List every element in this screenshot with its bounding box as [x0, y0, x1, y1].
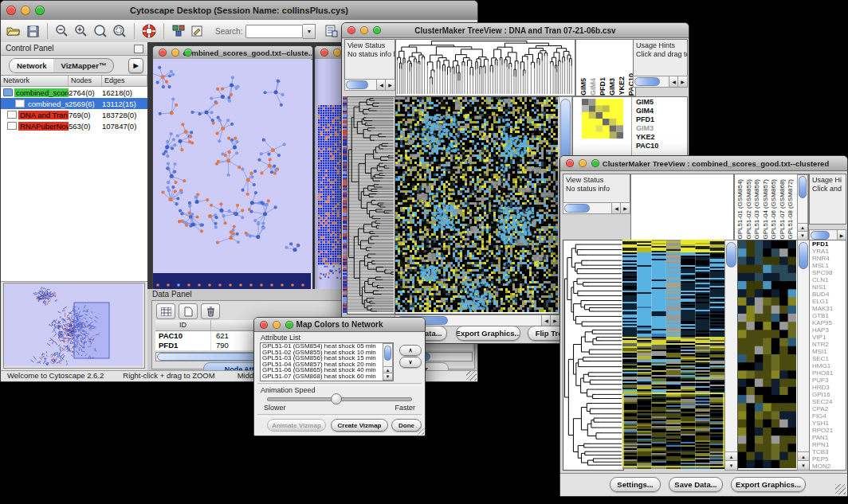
- gene-label[interactable]: PHO81: [810, 369, 846, 377]
- create-vizmap-button[interactable]: Create Vizmap: [331, 419, 388, 432]
- move-up-button[interactable]: ∧: [399, 345, 422, 356]
- tab-overflow-button[interactable]: ▶: [128, 58, 143, 73]
- gene-label[interactable]: FIG4: [810, 412, 846, 420]
- help-lifebuoy-icon[interactable]: [139, 22, 159, 40]
- heatmap-panel[interactable]: [395, 96, 560, 315]
- gene-label[interactable]: PAC10: [636, 142, 658, 150]
- float-panel-icon[interactable]: [134, 45, 143, 53]
- zoom-in-icon[interactable]: [72, 22, 91, 40]
- close-icon[interactable]: [159, 49, 167, 57]
- network-list-item[interactable]: combined_scores 2764(0) 16218(0): [1, 87, 147, 98]
- window-controls[interactable]: [6, 6, 45, 15]
- minimize-icon[interactable]: [21, 6, 30, 15]
- gene-label[interactable]: PUF3: [810, 377, 846, 384]
- resize-grip[interactable]: [835, 484, 846, 494]
- usage-hints-hscrollbar[interactable]: ◀ ▶: [633, 76, 688, 88]
- scroll-right-icon[interactable]: ▶: [550, 315, 559, 326]
- treeview1-titlebar[interactable]: ClusterMaker TreeView : DNA and Tran 07-…: [342, 23, 689, 38]
- zoom-selected-icon[interactable]: [110, 22, 129, 40]
- gene-label[interactable]: NIS1: [810, 283, 846, 291]
- animate-vizmap-button[interactable]: Animate Vizmap: [267, 419, 326, 432]
- minimize-icon[interactable]: [273, 321, 281, 329]
- close-icon[interactable]: [260, 321, 268, 329]
- zoom-vscrollbar[interactable]: ▲ ▼: [797, 240, 810, 471]
- column-label[interactable]: GIM5: [579, 78, 588, 96]
- scroll-right-icon[interactable]: ▶: [677, 76, 687, 87]
- zoom-fit-icon[interactable]: [91, 22, 110, 40]
- tab-vizmapper[interactable]: VizMapper™: [53, 59, 113, 72]
- column-dendrogram-panel[interactable]: [395, 39, 575, 96]
- gene-label[interactable]: GIM4: [636, 107, 658, 115]
- gene-label[interactable]: CLN1: [810, 276, 846, 283]
- gene-label[interactable]: GPI16: [810, 391, 846, 398]
- dialog-titlebar[interactable]: Map Colors to Network: [254, 318, 425, 332]
- close-icon[interactable]: [6, 6, 16, 15]
- column-label[interactable]: GPL51-07 (GSM868): [779, 179, 787, 240]
- column-labels-vscrollbar[interactable]: ▲ ▼: [797, 174, 808, 240]
- zoom-window-icon[interactable]: [35, 6, 45, 15]
- col-nodes[interactable]: Nodes: [69, 76, 102, 86]
- submatrix-heatmap[interactable]: [582, 99, 623, 139]
- network-list-item[interactable]: RNAPuberNov2+ 563(0) 107847(0): [1, 120, 147, 131]
- column-label[interactable]: YKE2: [618, 76, 626, 96]
- gene-label[interactable]: KAP95: [810, 319, 846, 326]
- gene-label[interactable]: RPN1: [810, 441, 846, 448]
- gene-label[interactable]: PFD1: [810, 240, 846, 248]
- heatmap-panel[interactable]: [622, 240, 724, 469]
- gene-label[interactable]: RPO21: [810, 427, 846, 434]
- export-graphics-button[interactable]: Export Graphics...: [456, 326, 520, 341]
- gene-label[interactable]: HMG1: [810, 362, 846, 369]
- column-label[interactable]: GPL51-01 (GSM854): [736, 179, 745, 240]
- column-label[interactable]: GPL51-03 (GSM856): [753, 179, 762, 240]
- row-dendrogram-panel[interactable]: [347, 96, 396, 315]
- slider-thumb[interactable]: [331, 393, 342, 404]
- save-icon[interactable]: [23, 22, 42, 40]
- save-data-button[interactable]: Save Data...: [669, 477, 723, 492]
- view-status-hscrollbar[interactable]: ◀ ▶: [563, 202, 630, 214]
- row-dendrogram-panel[interactable]: [563, 240, 624, 471]
- column-label[interactable]: GPL51-06 (GSM865): [770, 179, 779, 240]
- heatmap-vscrollbar[interactable]: ▲ ▼: [724, 240, 738, 471]
- select-attributes-icon[interactable]: [156, 303, 175, 319]
- zoom-window-icon[interactable]: [184, 49, 192, 57]
- scroll-down-icon[interactable]: ▼: [798, 231, 807, 240]
- gene-label[interactable]: GTB1: [810, 312, 846, 319]
- gene-label[interactable]: HRD3: [810, 384, 846, 391]
- settings-button[interactable]: Settings...: [610, 477, 661, 492]
- gene-label[interactable]: RNR4: [810, 255, 846, 262]
- column-label[interactable]: GIM3: [608, 78, 617, 96]
- zoom-window-icon[interactable]: [373, 26, 381, 34]
- gene-label[interactable]: HAP3: [810, 326, 846, 334]
- close-icon[interactable]: [320, 49, 328, 57]
- tab-network[interactable]: Network: [10, 59, 53, 72]
- gene-label[interactable]: GIM5: [636, 98, 658, 107]
- resize-grip[interactable]: [466, 370, 477, 381]
- view-status-hscrollbar[interactable]: ◀ ▶: [344, 79, 395, 91]
- column-dendrogram-panel[interactable]: [630, 174, 734, 241]
- gene-label[interactable]: SEC1: [810, 355, 846, 362]
- minimize-icon[interactable]: [579, 159, 587, 167]
- network-overview-panel[interactable]: [3, 283, 145, 369]
- column-label[interactable]: PFD1: [599, 77, 607, 96]
- gene-label[interactable]: CPA2: [810, 405, 846, 412]
- scroll-right-icon[interactable]: ▶: [385, 80, 395, 90]
- new-attribute-icon[interactable]: [179, 303, 198, 319]
- zoom-window-icon[interactable]: [285, 321, 293, 329]
- gene-label[interactable]: YKE2: [636, 133, 658, 142]
- delete-attribute-icon[interactable]: [201, 303, 220, 319]
- network1-titlebar[interactable]: combined_scores_good.txt--cluste...: [153, 46, 312, 60]
- col-network[interactable]: Network: [1, 76, 69, 86]
- export-graphics-button[interactable]: Export Graphics...: [731, 477, 806, 492]
- gene-label[interactable]: ELG1: [810, 298, 846, 305]
- close-icon[interactable]: [347, 26, 355, 34]
- gene-label[interactable]: NTR2: [810, 341, 846, 348]
- list-vscrollbar[interactable]: ▲ ▼: [383, 343, 393, 381]
- scroll-down-icon[interactable]: ▼: [798, 460, 809, 470]
- gene-label[interactable]: PFD1: [636, 115, 658, 124]
- resize-grip[interactable]: [416, 427, 424, 435]
- gene-label[interactable]: SPC98: [810, 269, 846, 276]
- col-edges[interactable]: Edges: [102, 76, 147, 86]
- search-input[interactable]: [245, 25, 303, 38]
- minimize-icon[interactable]: [171, 49, 179, 57]
- treeview2-titlebar[interactable]: ClusterMaker TreeView : combined_scores_…: [560, 156, 847, 171]
